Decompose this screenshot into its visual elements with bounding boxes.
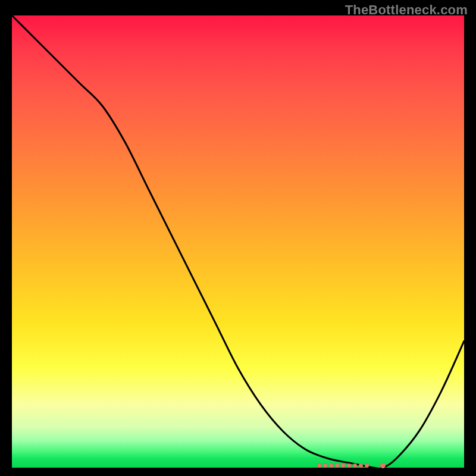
heat-gradient — [12, 15, 464, 468]
marker-dot — [323, 464, 327, 468]
marker-dot — [317, 464, 321, 468]
marker-dot — [341, 464, 345, 468]
marker-dot — [335, 464, 339, 468]
marker-dot — [353, 464, 357, 468]
chart-frame: TheBottleneck.com — [0, 0, 476, 476]
marker-dot — [365, 464, 369, 468]
marker-dot — [359, 464, 363, 468]
plot-area — [12, 15, 464, 468]
marker-dot-outlier — [380, 463, 386, 468]
marker-dot — [347, 464, 351, 468]
marker-dot — [329, 464, 333, 468]
